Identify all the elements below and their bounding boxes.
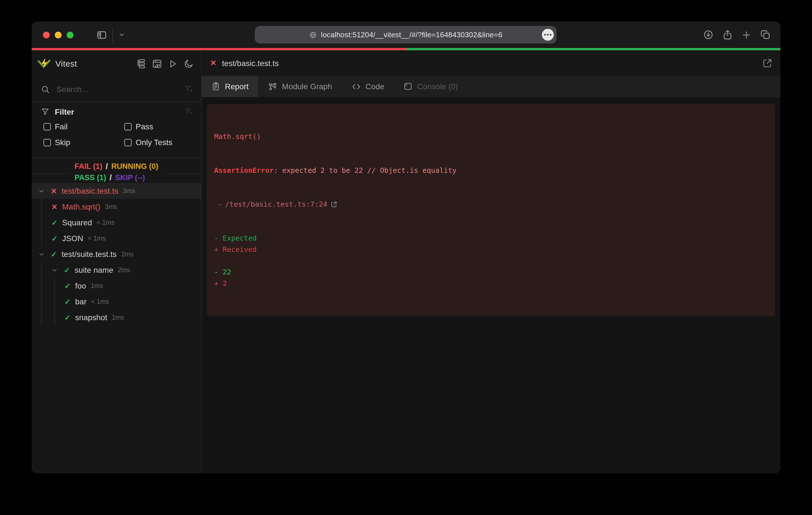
- toggle-dark-mode-icon[interactable]: [184, 58, 194, 69]
- tab-label: Code: [366, 82, 384, 91]
- tab-report[interactable]: Report: [202, 76, 258, 97]
- filter-option-skip[interactable]: Skip: [44, 134, 124, 150]
- browser-window: localhost:51204/__vitest__/#/?file=16484…: [32, 22, 780, 473]
- pass-icon: ✓: [51, 218, 62, 227]
- test-duration: 2ms: [121, 251, 133, 258]
- test-summary: FAIL (1)/RUNNING (0) PASS (1)/SKIP (--): [32, 157, 201, 184]
- test-name: bar: [75, 297, 86, 306]
- tab-console-0[interactable]: Console (0): [394, 76, 468, 97]
- test-duration: 3ms: [105, 203, 117, 210]
- fail-icon: ✕: [51, 187, 62, 195]
- sidebar-header: Vitest: [32, 50, 201, 77]
- test-duration: < 1ms: [88, 235, 106, 242]
- test-name: Squared: [62, 218, 92, 227]
- close-window-button[interactable]: [43, 31, 50, 38]
- filter-option-only-tests[interactable]: Only Tests: [124, 134, 201, 150]
- test-name: suite name: [75, 265, 113, 274]
- chevron-down-icon[interactable]: [38, 251, 51, 257]
- tree-row-math-sqrt[interactable]: ✕Math.sqrt()3ms: [32, 199, 201, 215]
- test-progress-bar: [32, 48, 780, 50]
- checkbox-pass[interactable]: [124, 123, 132, 130]
- report-content: Math.sqrt() AssertionError: expected 2 t…: [202, 97, 780, 473]
- summary-line-pass-skip: PASS (1)/SKIP (--): [75, 172, 158, 184]
- tab-label: Report: [225, 82, 249, 91]
- pass-icon: ✓: [64, 281, 75, 290]
- sidebar-actions: [136, 58, 194, 69]
- diff-line: [214, 255, 768, 267]
- pass-icon: ✓: [51, 250, 62, 259]
- filter-option-pass[interactable]: Pass: [124, 119, 201, 134]
- tree-row-foo[interactable]: ✓foo1ms: [32, 278, 201, 294]
- app-title: Vitest: [55, 59, 77, 68]
- test-duration: 3ms: [123, 187, 135, 194]
- stack-location-link[interactable]: /test/basic.test.ts:7:24: [225, 199, 327, 210]
- summary-pass-1: PASS (1): [75, 172, 106, 184]
- toggle-sidebar-icon[interactable]: [96, 29, 107, 40]
- open-in-editor-icon[interactable]: [762, 58, 773, 68]
- progress-fail-segment: [32, 48, 406, 50]
- fail-icon: ✕: [51, 203, 62, 211]
- downloads-button[interactable]: [703, 29, 714, 40]
- clear-search-filter-icon[interactable]: [184, 85, 193, 94]
- diff-line: + 2: [214, 278, 768, 289]
- tree-row-test-basic-test-ts[interactable]: ✕test/basic.test.ts3ms: [32, 183, 201, 199]
- module-graph-icon: [268, 82, 278, 91]
- error-report-card: Math.sqrt() AssertionError: expected 2 t…: [207, 104, 775, 316]
- share-button[interactable]: [722, 29, 733, 40]
- collapse-tree-icon[interactable]: [136, 58, 146, 69]
- minimize-window-button[interactable]: [55, 31, 62, 38]
- report-icon: [211, 82, 221, 91]
- test-name: test/basic.test.ts: [62, 186, 118, 195]
- tree-row-squared[interactable]: ✓Squared< 1ms: [32, 215, 201, 231]
- dashboard-icon[interactable]: [152, 58, 162, 69]
- summary-fail-1: FAIL (1): [75, 161, 103, 172]
- page-settings-button[interactable]: [542, 29, 554, 41]
- code-icon: [351, 82, 361, 91]
- summary-skip: SKIP (--): [115, 172, 145, 184]
- assertion-error-line: AssertionError: expected 2 to be 22 // O…: [214, 165, 768, 176]
- summary-: /: [110, 172, 112, 184]
- checkbox-label: Fail: [55, 122, 67, 131]
- tab-group-chevron-icon[interactable]: [118, 31, 125, 38]
- tab-overview-button[interactable]: [760, 29, 771, 40]
- tree-row-snapshot[interactable]: ✓snapshot1ms: [32, 309, 201, 325]
- run-all-icon[interactable]: [168, 58, 178, 69]
- tree-indent-guide: [54, 278, 55, 325]
- checkbox-label: Skip: [55, 138, 70, 147]
- tab-label: Console (0): [417, 82, 458, 91]
- tree-row-bar[interactable]: ✓bar< 1ms: [32, 294, 201, 309]
- new-tab-button[interactable]: [742, 30, 752, 40]
- url-text: localhost:51204/__vitest__/#/?file=16484…: [321, 30, 502, 39]
- test-name: test/suite.test.ts: [62, 250, 117, 259]
- checkbox-fail[interactable]: [44, 123, 51, 130]
- tab-module-graph[interactable]: Module Graph: [258, 76, 342, 97]
- checkbox-label: Pass: [136, 122, 153, 131]
- summary-line-fail-running: FAIL (1)/RUNNING (0): [75, 161, 158, 172]
- vitest-logo-icon: [37, 57, 51, 70]
- diff-line: + Received: [214, 244, 768, 255]
- chevron-down-icon[interactable]: [38, 188, 51, 194]
- filter-option-fail[interactable]: Fail: [44, 119, 124, 134]
- tree-row-suite-name[interactable]: ✓suite name2ms: [32, 262, 201, 278]
- open-file-name: test/basic.test.ts: [222, 58, 279, 67]
- tab-code[interactable]: Code: [342, 76, 394, 97]
- test-duration: 2ms: [118, 267, 130, 273]
- pass-icon: ✓: [51, 234, 62, 243]
- search-input[interactable]: Search...: [57, 85, 184, 94]
- file-status-fail-icon: ✕: [210, 59, 216, 67]
- test-duration: < 1ms: [97, 219, 114, 226]
- summary-: /: [106, 161, 108, 172]
- clear-filter-icon[interactable]: [184, 107, 193, 116]
- address-bar[interactable]: localhost:51204/__vitest__/#/?file=16484…: [255, 26, 557, 43]
- summary-running-0: RUNNING (0): [111, 161, 158, 172]
- tree-row-json[interactable]: ✓JSON< 1ms: [32, 231, 201, 246]
- external-link-icon[interactable]: [330, 201, 337, 208]
- checkbox-only-tests[interactable]: [124, 139, 132, 146]
- checkbox-skip[interactable]: [44, 139, 51, 146]
- test-duration: 1ms: [112, 314, 124, 321]
- chevron-down-icon[interactable]: [51, 267, 64, 273]
- tree-row-test-suite-test-ts[interactable]: ✓test/suite.test.ts2ms: [32, 246, 201, 262]
- zoom-window-button[interactable]: [67, 31, 74, 38]
- test-name: snapshot: [75, 313, 107, 322]
- test-duration: 1ms: [91, 282, 103, 289]
